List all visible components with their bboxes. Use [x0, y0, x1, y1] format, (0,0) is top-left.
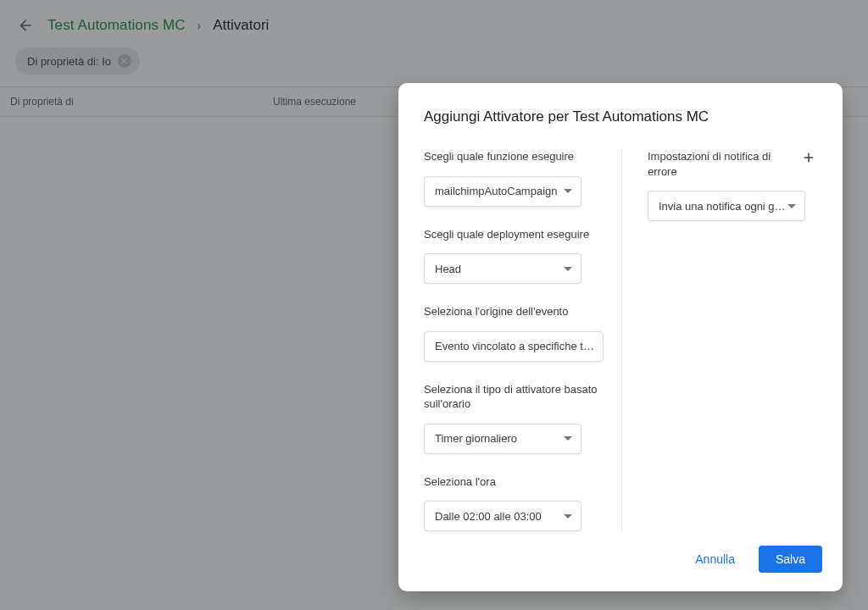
field-deployment: Scegli quale deployment eseguire Head	[424, 227, 606, 285]
save-button[interactable]: Salva	[759, 546, 822, 573]
chevron-down-icon	[787, 204, 796, 208]
field-function: Scegli quale funzione eseguire mailchimp…	[424, 149, 606, 207]
select-event-source[interactable]: Evento vincolato a specifiche temporali	[424, 331, 604, 362]
field-deployment-label: Scegli quale deployment eseguire	[424, 227, 606, 242]
select-error-notify-value: Invia una notifica ogni giorno	[659, 200, 787, 213]
select-time-type-value: Timer giornaliero	[435, 432, 517, 445]
chevron-down-icon	[564, 514, 572, 518]
field-error-notify-label: Impostazioni di notifica di errore	[648, 149, 795, 179]
field-function-label: Scegli quale funzione eseguire	[424, 149, 606, 164]
chevron-down-icon	[564, 436, 572, 441]
dialog-title: Aggiungi Attivatore per Test Automations…	[398, 83, 843, 125]
select-deployment-value: Head	[435, 263, 461, 275]
select-hour-value: Dalle 02:00 alle 03:00	[435, 510, 542, 523]
chevron-down-icon	[564, 267, 572, 271]
field-hour-label: Seleziona l'ora	[424, 474, 606, 490]
select-event-source-value: Evento vincolato a specifiche temporali	[435, 340, 594, 352]
field-time-type-label: Seleziona il tipo di attivatore basato s…	[424, 382, 606, 412]
field-hour: Seleziona l'ora Dalle 02:00 alle 03:00	[424, 474, 606, 532]
select-hour[interactable]: Dalle 02:00 alle 03:00	[424, 501, 581, 531]
field-event-source-label: Seleziona l'origine dell'evento	[424, 304, 606, 319]
chevron-down-icon	[564, 189, 572, 193]
field-time-type: Seleziona il tipo di attivatore basato s…	[424, 382, 606, 454]
plus-icon[interactable]	[800, 149, 817, 166]
select-function-value: mailchimpAutoCampaign	[435, 185, 558, 197]
select-function[interactable]: mailchimpAutoCampaign	[424, 176, 581, 207]
cancel-button[interactable]: Annulla	[687, 546, 743, 573]
select-deployment[interactable]: Head	[424, 253, 581, 284]
select-error-notify[interactable]: Invia una notifica ogni giorno	[648, 191, 805, 221]
add-trigger-dialog: Aggiungi Attivatore per Test Automations…	[398, 83, 843, 591]
field-event-source: Seleziona l'origine dell'evento Evento v…	[424, 304, 606, 362]
select-time-type[interactable]: Timer giornaliero	[424, 424, 581, 454]
